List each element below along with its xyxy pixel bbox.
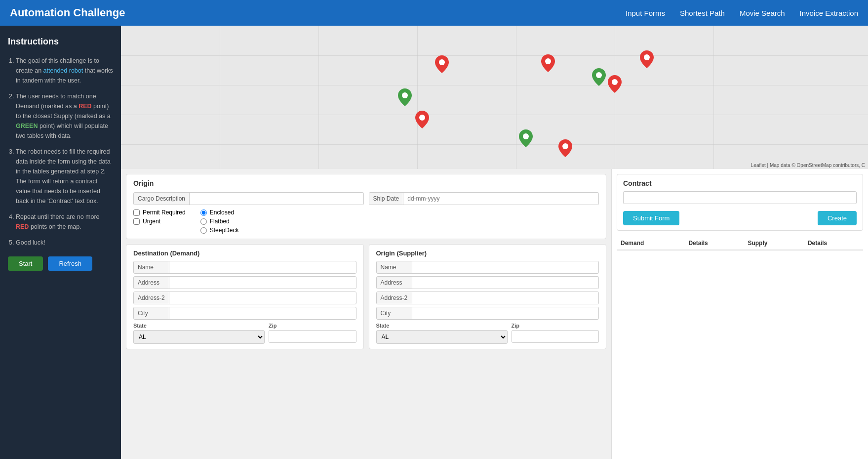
supp-name-input[interactable] bbox=[412, 261, 599, 273]
map-grid bbox=[318, 26, 319, 169]
supp-zip-label: Zip bbox=[512, 323, 599, 329]
destination-heading: Destination (Demand) bbox=[133, 250, 356, 257]
main-content: Leaflet | Map data © OpenStreetMap contr… bbox=[121, 26, 868, 459]
map-pin-green[interactable] bbox=[592, 68, 606, 86]
table-header: Demand Details Supply Details bbox=[617, 237, 863, 250]
map-pin-red[interactable] bbox=[415, 111, 429, 128]
permit-required-input[interactable] bbox=[133, 209, 140, 216]
svg-point-0 bbox=[439, 59, 445, 65]
svg-point-4 bbox=[523, 133, 529, 139]
submit-form-button[interactable]: Submit Form bbox=[623, 211, 679, 225]
dest-state-select[interactable]: AL AK AZ CA TX bbox=[133, 330, 265, 344]
refresh-button[interactable]: Refresh bbox=[48, 256, 92, 271]
map-grid bbox=[121, 144, 868, 145]
instruction-2: The user needs to match one Demand (mark… bbox=[16, 91, 113, 141]
forms-area: Origin Cargo Description Ship Date bbox=[121, 169, 611, 459]
ship-date-label: Ship Date bbox=[369, 193, 404, 205]
urgent-input[interactable] bbox=[133, 218, 140, 225]
link-attended[interactable]: attended bbox=[43, 67, 68, 74]
map-pin-red[interactable] bbox=[541, 54, 555, 72]
radio-flatbed[interactable]: Flatbed bbox=[200, 218, 239, 225]
svg-point-1 bbox=[402, 92, 408, 98]
svg-point-2 bbox=[419, 115, 425, 121]
data-table: Demand Details Supply Details bbox=[617, 237, 863, 250]
main-nav: Input Forms Shortest Path Movie Search I… bbox=[626, 9, 858, 17]
map-background: Leaflet | Map data © OpenStreetMap contr… bbox=[121, 26, 868, 169]
link-robot[interactable]: robot bbox=[69, 67, 83, 74]
radio-steepdeck[interactable]: SteepDeck bbox=[200, 227, 239, 234]
origin-section: Origin Cargo Description Ship Date bbox=[126, 174, 606, 239]
radio-flatbed-input[interactable] bbox=[200, 218, 207, 225]
dest-name-input[interactable] bbox=[169, 261, 356, 273]
sidebar: Instructions The goal of this challenge … bbox=[0, 26, 121, 459]
supp-city-field: City bbox=[376, 307, 599, 320]
origin-heading: Origin bbox=[133, 179, 599, 187]
supp-address2-input[interactable] bbox=[412, 292, 599, 304]
dest-address2-input[interactable] bbox=[169, 292, 356, 304]
cargo-input[interactable] bbox=[190, 193, 363, 205]
good-luck-text: Good luck! bbox=[16, 239, 45, 246]
dest-address-label: Address bbox=[134, 277, 169, 289]
contract-section: Contract Submit Form Create bbox=[617, 174, 863, 231]
supp-state-zip-row: State AL AK AZ CA TX Zip bbox=[376, 323, 599, 344]
nav-input-forms[interactable]: Input Forms bbox=[626, 9, 665, 17]
dest-city-field: City bbox=[133, 307, 356, 320]
col-supply: Supply bbox=[744, 237, 803, 250]
supplier-section: Origin (Supplier) Name Address Address-2 bbox=[369, 244, 607, 349]
dest-zip-group: Zip bbox=[269, 323, 356, 344]
dest-city-input[interactable] bbox=[169, 307, 356, 319]
map-pin-red[interactable] bbox=[435, 55, 449, 73]
svg-point-8 bbox=[644, 54, 650, 60]
map-grid bbox=[121, 55, 868, 56]
radio-steepdeck-input[interactable] bbox=[200, 227, 207, 234]
map-pin-green[interactable] bbox=[398, 88, 412, 106]
urgent-label: Urgent bbox=[143, 218, 160, 225]
start-button[interactable]: Start bbox=[8, 256, 43, 271]
instruction-3: The robot needs to fill the required dat… bbox=[16, 147, 113, 206]
action-buttons: Start Refresh bbox=[8, 256, 113, 271]
ship-date-input[interactable] bbox=[403, 193, 598, 205]
dest-zip-input[interactable] bbox=[269, 330, 356, 343]
dest-zip-label: Zip bbox=[269, 323, 356, 329]
radio-enclosed[interactable]: Enclosed bbox=[200, 209, 239, 216]
map-attribution: Leaflet | Map data © OpenStreetMap contr… bbox=[751, 163, 865, 168]
create-button[interactable]: Create bbox=[818, 211, 857, 225]
radio-enclosed-input[interactable] bbox=[200, 209, 207, 216]
right-panel: Contract Submit Form Create Demand Detai… bbox=[611, 169, 868, 459]
urgent-checkbox[interactable]: Urgent bbox=[133, 218, 186, 225]
dest-name-label: Name bbox=[134, 261, 169, 273]
svg-point-7 bbox=[612, 79, 618, 85]
data-table-section: Demand Details Supply Details bbox=[617, 237, 863, 250]
dest-state-zip-row: State AL AK AZ CA TX Zip bbox=[133, 323, 356, 344]
supp-state-label: State bbox=[376, 323, 508, 329]
svg-point-3 bbox=[545, 58, 551, 64]
map-pin-red[interactable] bbox=[558, 139, 572, 157]
supplier-heading: Origin (Supplier) bbox=[376, 250, 599, 257]
dest-name-field: Name bbox=[133, 261, 356, 274]
dest-address2-label: Address-2 bbox=[134, 292, 169, 304]
map-area[interactable]: Leaflet | Map data © OpenStreetMap contr… bbox=[121, 26, 868, 169]
supp-address-input[interactable] bbox=[412, 277, 599, 289]
nav-invoice-extraction[interactable]: Invoice Extraction bbox=[800, 9, 858, 17]
dest-address-field: Address bbox=[133, 276, 356, 289]
instruction-1: The goal of this challenge is to create … bbox=[16, 56, 113, 85]
main-layout: Instructions The goal of this challenge … bbox=[0, 26, 868, 459]
dest-address-input[interactable] bbox=[169, 277, 356, 289]
map-pin-red[interactable] bbox=[640, 50, 654, 68]
contract-input[interactable] bbox=[623, 191, 857, 204]
col-details-1: Details bbox=[684, 237, 744, 250]
map-pin-red[interactable] bbox=[608, 75, 622, 93]
app-title: Automation Challenge bbox=[10, 6, 125, 19]
permit-required-checkbox[interactable]: Permit Required bbox=[133, 209, 186, 216]
map-pin-green[interactable] bbox=[519, 129, 533, 147]
app-header: Automation Challenge Input Forms Shortes… bbox=[0, 0, 868, 26]
supp-zip-input[interactable] bbox=[512, 330, 599, 343]
svg-point-6 bbox=[596, 72, 602, 78]
nav-shortest-path[interactable]: Shortest Path bbox=[680, 9, 725, 17]
supp-city-input[interactable] bbox=[412, 307, 599, 319]
nav-movie-search[interactable]: Movie Search bbox=[740, 9, 785, 17]
instruction-5: Good luck! bbox=[16, 238, 113, 248]
ship-date-field: Ship Date bbox=[369, 192, 599, 205]
supp-state-select[interactable]: AL AK AZ CA TX bbox=[376, 330, 508, 344]
destination-section: Destination (Demand) Name Address Addres… bbox=[126, 244, 364, 349]
